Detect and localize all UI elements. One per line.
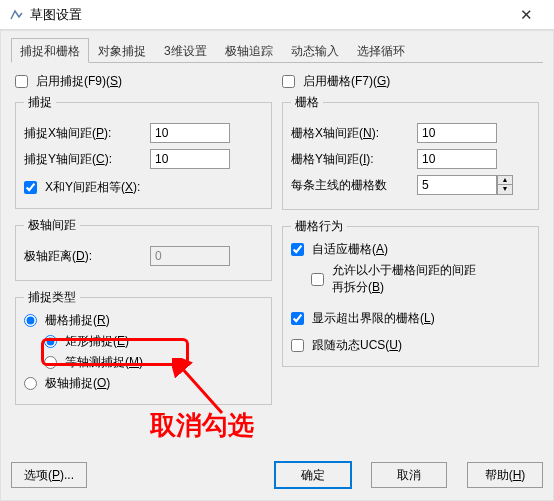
spin-down-icon[interactable]: ▼: [498, 185, 512, 194]
grid-major-input[interactable]: [417, 175, 497, 195]
window-title: 草图设置: [30, 6, 506, 24]
rect-snap-radio[interactable]: [44, 335, 57, 348]
tab-polar[interactable]: 极轴追踪: [216, 38, 282, 63]
grid-legend: 栅格: [291, 94, 323, 111]
snap-type-legend: 捕捉类型: [24, 289, 80, 306]
grid-snap-radio[interactable]: [24, 314, 37, 327]
help-button[interactable]: 帮助(H): [467, 462, 543, 488]
snap-group: 捕捉 捕捉X轴间距(P): 捕捉Y轴间距(C): X和Y间距相等(X):: [15, 94, 272, 209]
app-icon: [8, 7, 24, 23]
iso-snap-radio[interactable]: [44, 356, 57, 369]
grid-snap-label: 栅格捕捉(R): [45, 312, 110, 329]
grid-major-label: 每条主线的栅格数: [291, 177, 411, 194]
enable-snap-label: 启用捕捉(F9)(S): [36, 73, 122, 90]
equal-spacing-label: X和Y间距相等(X):: [45, 179, 140, 196]
polar-group: 极轴间距 极轴距离(D):: [15, 217, 272, 281]
equal-spacing-checkbox[interactable]: [24, 181, 37, 194]
polar-dist-input[interactable]: [150, 246, 230, 266]
enable-snap-checkbox[interactable]: [15, 75, 28, 88]
grid-behavior-legend: 栅格行为: [291, 218, 347, 235]
grid-y-label: 栅格Y轴间距(I):: [291, 151, 411, 168]
polar-snap-label: 极轴捕捉(O): [45, 375, 110, 392]
enable-grid-checkbox[interactable]: [282, 75, 295, 88]
iso-snap-label: 等轴测捕捉(M): [65, 354, 143, 371]
options-button[interactable]: 选项(P)...: [11, 462, 87, 488]
polar-dist-label: 极轴距离(D):: [24, 248, 144, 265]
tab-dyn-input[interactable]: 动态输入: [282, 38, 348, 63]
close-icon[interactable]: ✕: [506, 6, 546, 24]
spin-up-icon[interactable]: ▲: [498, 176, 512, 185]
snap-y-input[interactable]: [150, 149, 230, 169]
tab-3d[interactable]: 3维设置: [155, 38, 216, 63]
adaptive-grid-checkbox[interactable]: [291, 243, 304, 256]
rect-snap-label: 矩形捕捉(E): [65, 333, 129, 350]
tab-snap-grid[interactable]: 捕捉和栅格: [11, 38, 89, 63]
beyond-limits-checkbox[interactable]: [291, 312, 304, 325]
dialog-body: 捕捉和栅格 对象捕捉 3维设置 极轴追踪 动态输入 选择循环 启用捕捉(F9)(…: [0, 30, 554, 501]
ok-button[interactable]: 确定: [275, 462, 351, 488]
tab-strip: 捕捉和栅格 对象捕捉 3维设置 极轴追踪 动态输入 选择循环: [11, 37, 543, 63]
tab-select-cycle[interactable]: 选择循环: [348, 38, 414, 63]
cancel-button[interactable]: 取消: [371, 462, 447, 488]
polar-legend: 极轴间距: [24, 217, 80, 234]
snap-legend: 捕捉: [24, 94, 56, 111]
grid-major-spinner[interactable]: ▲ ▼: [417, 175, 513, 195]
snap-x-label: 捕捉X轴间距(P):: [24, 125, 144, 142]
snap-type-group: 捕捉类型 栅格捕捉(R) 矩形捕捉(E) 等轴测捕捉(M) 极轴捕捉(O): [15, 289, 272, 405]
subdiv-label: 允许以小于栅格间距的间距再拆分(B): [332, 262, 482, 296]
dyn-ucs-label: 跟随动态UCS(U): [312, 337, 402, 354]
snap-y-label: 捕捉Y轴间距(C):: [24, 151, 144, 168]
grid-x-input[interactable]: [417, 123, 497, 143]
dyn-ucs-checkbox[interactable]: [291, 339, 304, 352]
tab-object-snap[interactable]: 对象捕捉: [89, 38, 155, 63]
titlebar: 草图设置 ✕: [0, 0, 554, 30]
beyond-limits-label: 显示超出界限的栅格(L): [312, 310, 435, 327]
subdiv-checkbox[interactable]: [311, 273, 324, 286]
polar-snap-radio[interactable]: [24, 377, 37, 390]
button-bar: 选项(P)... 确定 取消 帮助(H): [11, 462, 543, 488]
grid-y-input[interactable]: [417, 149, 497, 169]
grid-group: 栅格 栅格X轴间距(N): 栅格Y轴间距(I): 每条主线的栅格数 ▲ ▼: [282, 94, 539, 210]
adaptive-grid-label: 自适应栅格(A): [312, 241, 388, 258]
right-column: 启用栅格(F7)(G) 栅格 栅格X轴间距(N): 栅格Y轴间距(I): 每条主…: [282, 73, 539, 413]
enable-grid-label: 启用栅格(F7)(G): [303, 73, 390, 90]
snap-x-input[interactable]: [150, 123, 230, 143]
grid-behavior-group: 栅格行为 自适应栅格(A) 允许以小于栅格间距的间距再拆分(B) 显示超出界限的…: [282, 218, 539, 367]
left-column: 启用捕捉(F9)(S) 捕捉 捕捉X轴间距(P): 捕捉Y轴间距(C): X和Y…: [15, 73, 272, 413]
tab-content: 启用捕捉(F9)(S) 捕捉 捕捉X轴间距(P): 捕捉Y轴间距(C): X和Y…: [11, 63, 543, 417]
grid-x-label: 栅格X轴间距(N):: [291, 125, 411, 142]
